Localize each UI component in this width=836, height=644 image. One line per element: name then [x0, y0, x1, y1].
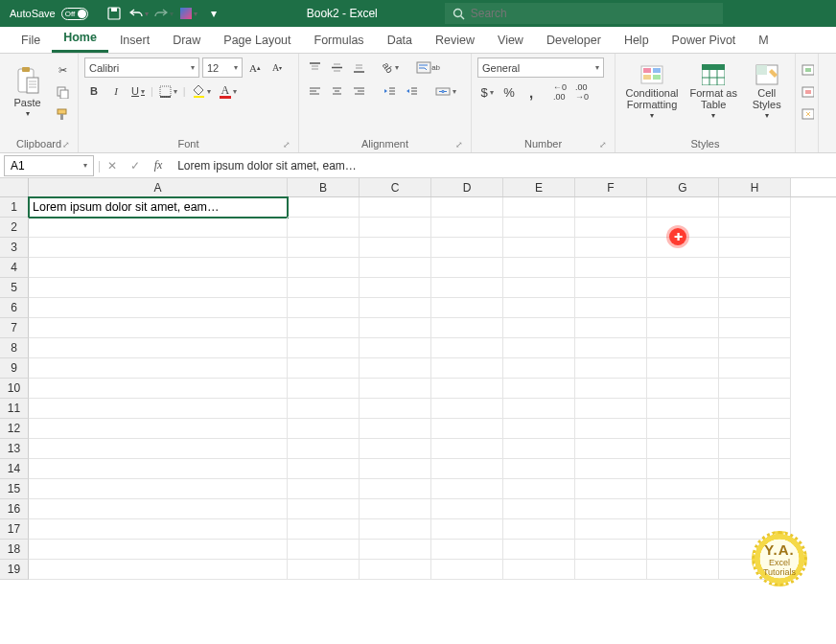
- insert-function-button[interactable]: fx: [147, 155, 170, 176]
- tab-m[interactable]: M: [747, 28, 779, 53]
- cell-B13[interactable]: [288, 439, 360, 459]
- cancel-formula-button[interactable]: ✕: [101, 155, 124, 176]
- cell-F15[interactable]: [575, 479, 647, 499]
- percent-format-button[interactable]: %: [499, 82, 519, 102]
- cell-H12[interactable]: [719, 419, 791, 439]
- cut-button[interactable]: ✂: [53, 60, 72, 80]
- cell-E16[interactable]: [503, 499, 575, 519]
- cell-D14[interactable]: [431, 459, 503, 479]
- cell-G8[interactable]: [647, 338, 719, 358]
- cell-H8[interactable]: [719, 338, 791, 358]
- cell-E4[interactable]: [503, 258, 575, 278]
- align-bottom-button[interactable]: [349, 58, 368, 77]
- cell-C1[interactable]: [360, 197, 431, 218]
- cell-D7[interactable]: [431, 318, 503, 338]
- search-input[interactable]: [471, 7, 715, 20]
- cell-H6[interactable]: [719, 298, 791, 318]
- cell-A11[interactable]: [29, 399, 288, 419]
- cell-D5[interactable]: [431, 278, 503, 298]
- qat-color-swatch[interactable]: [178, 3, 199, 24]
- font-size-combo[interactable]: 12▾: [202, 58, 243, 78]
- column-header-A[interactable]: A: [29, 178, 288, 196]
- cell-F10[interactable]: [575, 379, 647, 399]
- cell-B16[interactable]: [288, 499, 360, 519]
- cell-B8[interactable]: [288, 338, 360, 358]
- cell-E8[interactable]: [503, 338, 575, 358]
- delete-cells-icon[interactable]: [798, 82, 817, 102]
- cell-D2[interactable]: [431, 218, 503, 238]
- cell-E5[interactable]: [503, 278, 575, 298]
- row-header[interactable]: 17: [0, 519, 29, 540]
- cell-H9[interactable]: [719, 358, 791, 379]
- cell-C4[interactable]: [360, 258, 431, 278]
- cell-H16[interactable]: [719, 499, 791, 519]
- cell-E18[interactable]: [503, 540, 575, 560]
- cell-H2[interactable]: [719, 218, 791, 238]
- row-header[interactable]: 6: [0, 298, 29, 318]
- tab-power-pivot[interactable]: Power Pivot: [661, 28, 748, 53]
- orientation-button[interactable]: ab: [380, 58, 402, 77]
- cell-E15[interactable]: [503, 479, 575, 499]
- cell-D19[interactable]: [431, 560, 503, 580]
- cell-C9[interactable]: [360, 358, 431, 379]
- qat-customize-icon[interactable]: ▾: [203, 3, 224, 24]
- italic-button[interactable]: I: [106, 81, 126, 101]
- cell-F19[interactable]: [575, 560, 647, 580]
- cell-G6[interactable]: [647, 298, 719, 318]
- cell-D10[interactable]: [431, 379, 503, 399]
- row-header[interactable]: 12: [0, 419, 29, 439]
- cell-D11[interactable]: [431, 399, 503, 419]
- column-header-C[interactable]: C: [360, 178, 431, 196]
- row-header[interactable]: 4: [0, 258, 29, 278]
- cell-G14[interactable]: [647, 459, 719, 479]
- cell-B7[interactable]: [288, 318, 360, 338]
- cell-B1[interactable]: [288, 197, 360, 218]
- cell-H11[interactable]: [719, 399, 791, 419]
- cell-A9[interactable]: [29, 358, 288, 379]
- cell-D3[interactable]: [431, 238, 503, 258]
- cell-F12[interactable]: [575, 419, 647, 439]
- cell-E9[interactable]: [503, 358, 575, 379]
- search-box[interactable]: [445, 3, 723, 24]
- cell-B15[interactable]: [288, 479, 360, 499]
- undo-button[interactable]: [128, 3, 150, 24]
- cell-E2[interactable]: [503, 218, 575, 238]
- cell-D18[interactable]: [431, 540, 503, 560]
- cell-D4[interactable]: [431, 258, 503, 278]
- row-header[interactable]: 19: [0, 560, 29, 580]
- tab-data[interactable]: Data: [376, 28, 424, 53]
- cell-A7[interactable]: [29, 318, 288, 338]
- merge-center-button[interactable]: [432, 81, 459, 101]
- row-header[interactable]: 13: [0, 439, 29, 459]
- cell-D12[interactable]: [431, 419, 503, 439]
- cell-C14[interactable]: [360, 459, 431, 479]
- align-top-button[interactable]: [305, 58, 324, 77]
- cell-E7[interactable]: [503, 318, 575, 338]
- cell-G7[interactable]: [647, 318, 719, 338]
- cell-F8[interactable]: [575, 338, 647, 358]
- cell-G13[interactable]: [647, 439, 719, 459]
- cell-A3[interactable]: [29, 238, 288, 258]
- tab-file[interactable]: File: [10, 28, 52, 53]
- tab-view[interactable]: View: [486, 28, 535, 53]
- column-header-E[interactable]: E: [503, 178, 575, 196]
- cell-B9[interactable]: [288, 358, 360, 379]
- column-header-D[interactable]: D: [431, 178, 503, 196]
- font-launcher-icon[interactable]: ⤢: [283, 140, 290, 150]
- cell-F13[interactable]: [575, 439, 647, 459]
- cell-A17[interactable]: [29, 519, 288, 540]
- cell-G10[interactable]: [647, 379, 719, 399]
- row-header[interactable]: 18: [0, 540, 29, 560]
- number-format-combo[interactable]: General▾: [477, 58, 604, 78]
- cell-A10[interactable]: [29, 379, 288, 399]
- cell-A12[interactable]: [29, 419, 288, 439]
- row-header[interactable]: 7: [0, 318, 29, 338]
- cell-C16[interactable]: [360, 499, 431, 519]
- row-header[interactable]: 14: [0, 459, 29, 479]
- cell-D1[interactable]: [431, 197, 503, 218]
- cell-A14[interactable]: [29, 459, 288, 479]
- row-header[interactable]: 9: [0, 358, 29, 379]
- cell-F2[interactable]: [575, 218, 647, 238]
- decrease-font-button[interactable]: A▾: [267, 58, 287, 78]
- cell-C18[interactable]: [360, 540, 431, 560]
